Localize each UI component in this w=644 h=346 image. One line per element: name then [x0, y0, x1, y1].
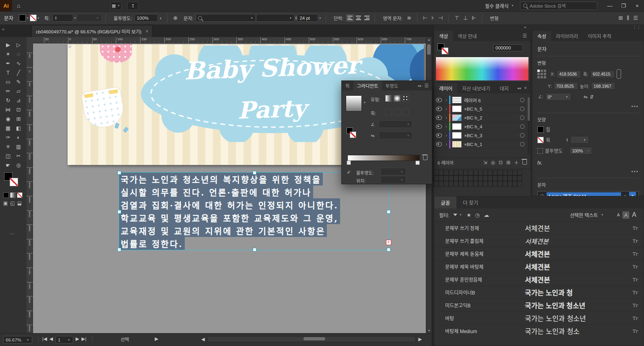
tool-button[interactable]: ∿: [13, 59, 24, 68]
stroke-proxy-swatch[interactable]: [442, 47, 448, 54]
horizontal-ruler[interactable]: 5005010015020025030035040045050055060065…: [33, 37, 426, 43]
menu-item[interactable]: [78, 0, 87, 11]
color-swatch[interactable]: [508, 175, 512, 181]
layer-row[interactable]: › ×BC h_2: [434, 113, 528, 122]
color-swatch[interactable]: [512, 181, 517, 187]
panel-menu-icon[interactable]: ☰: [424, 83, 429, 89]
gradient-button[interactable]: [10, 192, 16, 198]
new-layer-icon[interactable]: ＋: [514, 159, 519, 166]
color-swatch[interactable]: [439, 170, 444, 175]
close-panel-icon[interactable]: ×: [524, 85, 527, 91]
aspect-ratio-dropdown[interactable]: ▾: [379, 132, 413, 139]
layer-target-circle[interactable]: [520, 98, 524, 102]
font-family-dropdown[interactable]: ▾: [196, 14, 256, 22]
expand-chevron-icon[interactable]: ›: [444, 124, 449, 129]
none-button[interactable]: [17, 192, 23, 198]
layer-name[interactable]: ×BC h_3: [464, 133, 520, 138]
layer-thumbnail[interactable]: [452, 123, 462, 130]
collapse-dock-icon[interactable]: «: [2, 27, 4, 31]
color-swatch[interactable]: [517, 170, 522, 175]
sample-size-small[interactable]: A: [617, 213, 620, 217]
color-swatch[interactable]: [458, 181, 463, 187]
linear-gradient-icon[interactable]: [385, 95, 392, 102]
color-swatch[interactable]: [478, 175, 483, 181]
freeform-gradient-icon[interactable]: [402, 95, 409, 102]
expand-chevron-icon[interactable]: ›: [444, 115, 449, 120]
tool-button[interactable]: ▭: [3, 77, 13, 86]
tool-button[interactable]: ✶: [3, 49, 13, 59]
flip-vertical-icon[interactable]: ⇵: [590, 94, 594, 100]
tool-button[interactable]: ╱: [13, 68, 24, 77]
color-swatch[interactable]: [449, 175, 454, 181]
color-swatch[interactable]: [444, 175, 448, 181]
scroll-thumb[interactable]: [303, 337, 325, 340]
color-swatch[interactable]: [508, 170, 512, 175]
x-field[interactable]: 418.5536: [557, 70, 581, 78]
visibility-toggle[interactable]: [434, 140, 444, 148]
scroll-thumb[interactable]: [528, 97, 530, 121]
fill-stroke-proxy[interactable]: [4, 172, 20, 188]
color-swatch[interactable]: [458, 175, 463, 181]
visibility-toggle[interactable]: [434, 96, 444, 104]
width-profile-dropdown[interactable]: ▾: [77, 14, 102, 22]
visibility-toggle[interactable]: [434, 105, 444, 113]
minimize-button[interactable]: —: [603, 0, 617, 11]
color-swatch[interactable]: [444, 170, 448, 175]
sample-size-large[interactable]: A: [632, 211, 636, 218]
color-swatch[interactable]: [434, 170, 439, 175]
arrange-documents-icon[interactable]: ▦ ▾: [110, 2, 122, 10]
font-list-item[interactable]: 바탕 국가는 노인과 청소년 ≈ ☆ Tr: [434, 312, 644, 325]
align-center-button[interactable]: [356, 16, 361, 20]
font-size-field[interactable]: 24 pt: [297, 14, 318, 22]
color-swatch[interactable]: [497, 181, 502, 187]
gradient-preset-dropdown[interactable]: ▾: [364, 101, 365, 104]
layer-row[interactable]: › ×BC h_4: [434, 122, 528, 131]
reverse-gradient-icon[interactable]: ⇋: [371, 133, 374, 138]
draw-behind-icon[interactable]: ◱: [10, 200, 14, 206]
angle-field[interactable]: 0°▾: [545, 93, 571, 101]
align-right-button[interactable]: [364, 16, 369, 20]
color-swatch[interactable]: [488, 170, 493, 175]
color-swatch[interactable]: [468, 170, 473, 175]
font-style-dropdown[interactable]: ▾: [256, 14, 295, 22]
tab-artboards[interactable]: 대지: [495, 83, 514, 93]
scroll-down-arrow[interactable]: ▼: [426, 329, 432, 332]
tab-libraries[interactable]: 라이브러리: [551, 31, 583, 41]
tool-button[interactable]: ◉: [3, 114, 13, 124]
color-swatch[interactable]: [517, 175, 522, 181]
flip-horizontal-icon[interactable]: ⇋: [584, 94, 588, 100]
align-top-icon[interactable]: ⊤: [454, 15, 459, 21]
scroll-left-arrow[interactable]: ◀: [201, 336, 205, 342]
delete-stop-icon[interactable]: [423, 156, 427, 160]
layer-row[interactable]: › ×BC h_3: [434, 131, 528, 140]
tool-button[interactable]: ✎: [13, 77, 24, 86]
color-swatch[interactable]: [454, 170, 458, 175]
tool-button[interactable]: ◧: [13, 124, 24, 133]
align-bottom-icon[interactable]: ⊩: [472, 15, 476, 21]
color-swatch[interactable]: [463, 175, 468, 181]
collapse-panel-icon[interactable]: ◂◂: [517, 86, 521, 90]
color-swatch[interactable]: [517, 181, 522, 187]
layer-thumbnail[interactable]: [452, 132, 462, 139]
width-field[interactable]: 602.4515: [590, 70, 615, 78]
preview-sample-dropdown[interactable]: 선택한 텍스트▾: [570, 212, 604, 218]
color-swatch[interactable]: [473, 170, 478, 175]
expand-chevron-icon[interactable]: ›: [444, 107, 449, 111]
tab-asset-export[interactable]: 자산 내보내기: [457, 83, 495, 93]
align-horizontal-left-icon[interactable]: ⊢: [423, 15, 427, 21]
font-list-item[interactable]: 미드디자이너B 국가는 노인과 청 ≈ ☆ Tr: [434, 286, 644, 299]
screen-mode-icon[interactable]: ⬓: [17, 200, 22, 206]
color-swatch[interactable]: [493, 175, 497, 181]
tool-button[interactable]: ✒: [3, 59, 13, 68]
color-swatch[interactable]: [468, 181, 473, 187]
color-swatch[interactable]: [458, 170, 463, 175]
align-horizontal-right-icon[interactable]: ⊣: [438, 15, 443, 21]
tool-button[interactable]: ▶: [3, 40, 13, 49]
menu-item[interactable]: [60, 0, 69, 11]
panel-menu-icon[interactable]: ☰: [633, 15, 638, 21]
eyedropper-icon[interactable]: ✑: [345, 169, 352, 175]
clipping-mask-icon[interactable]: ⊡: [499, 160, 503, 165]
color-swatch[interactable]: [488, 175, 493, 181]
scroll-right-arrow[interactable]: ▶: [418, 336, 422, 342]
handle-middle-right[interactable]: [387, 210, 390, 214]
